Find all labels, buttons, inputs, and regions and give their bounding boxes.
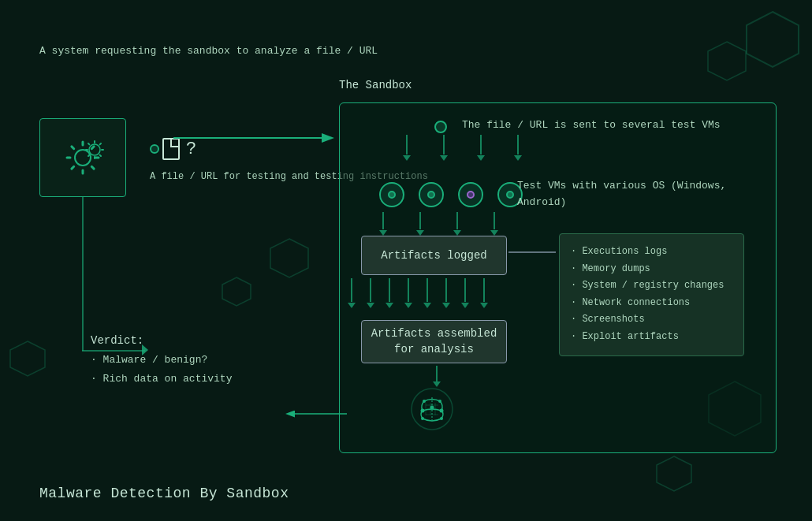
detail-item-5: · Screenshots [571,311,732,329]
asm-arrow-5 [423,278,431,308]
asm-arrow-2 [367,278,374,308]
vm-arrow-4 [490,212,498,236]
verdict-item-1: · Malware / benign? [91,354,207,366]
file-to-sandbox-arrow [173,122,343,154]
top-arrow-4 [514,135,522,161]
svg-point-15 [421,417,424,420]
vm-circle-inner-2 [427,191,435,199]
sandbox-container: The file / URL is sent to several test V… [339,102,777,453]
vertical-line [82,197,84,351]
vm-circle-2 [419,182,444,207]
detail-item-6: · Exploit artifacts [571,329,732,346]
sandbox-label: The Sandbox [339,79,412,91]
file-sent-label: The file / URL is sent to several test V… [462,117,721,134]
svg-point-11 [440,409,444,413]
brain-arrow [433,366,441,387]
verdict-item-2: · Rich data on activity [91,373,232,385]
vm-circle-inner-1 [388,191,396,199]
assembled-arrows-group [348,278,488,308]
file-url-item: ? [150,138,196,160]
vm-circle-3 [458,182,483,207]
svg-point-10 [421,409,425,413]
vm-circle-inner-3 [467,191,475,199]
artifacts-detail-box: · Executions logs · Memory dumps · Syste… [559,233,744,356]
brain-icon [408,385,456,433]
svg-point-7 [75,150,91,166]
asm-arrow-6 [442,278,450,308]
detail-item-2: · Memory dumps [571,261,732,278]
question-mark-icon: ? [186,140,196,159]
artifacts-logged-label: Artifacts logged [381,249,486,262]
svg-point-14 [438,400,441,403]
artifacts-assembled-label: Artifacts assembled for analysis [362,326,506,357]
asm-arrow-4 [404,278,412,308]
system-label: A system requesting the sandbox to analy… [39,43,378,60]
top-node [434,121,447,133]
main-container: A system requesting the sandbox to analy… [0,0,812,521]
brain-area [408,385,456,433]
asm-arrow-3 [386,278,393,308]
file-icon [162,138,180,160]
bottom-title: Malware Detection By Sandbox [39,486,289,501]
gear-icon [59,134,106,181]
top-arrow-3 [477,135,485,161]
asm-arrow-7 [461,278,469,308]
vm-circle-inner-4 [506,191,514,199]
vm-arrow-3 [453,212,461,236]
verdict-title: Verdict: [91,334,143,347]
asm-arrow-1 [348,278,356,308]
detail-item-3: · System / registry changes [571,277,732,295]
artifacts-assembled-box: Artifacts assembled for analysis [361,320,507,363]
vm-os-label: Test VMs with various OS (Windows, Andro… [517,178,776,211]
vm-down-arrows [379,212,498,236]
svg-point-16 [440,417,443,420]
artifacts-logged-box: Artifacts logged [361,236,507,275]
arrow-to-detail [508,251,556,253]
vm-circle-1 [379,182,404,207]
dot-indicator [150,144,159,154]
system-box [39,118,126,197]
asm-arrow-8 [480,278,488,308]
top-arrow-2 [440,135,448,161]
top-arrows-group [403,135,522,161]
vm-arrow-1 [379,212,387,236]
svg-point-13 [423,400,426,403]
top-arrow-1 [403,135,411,161]
vm-circles-row [379,182,523,207]
vm-arrow-2 [416,212,424,236]
verdict-section: Verdict: · Malware / benign? · Rich data… [91,331,232,388]
detail-item-1: · Executions logs [571,244,732,261]
detail-item-4: · Network connections [571,295,732,312]
